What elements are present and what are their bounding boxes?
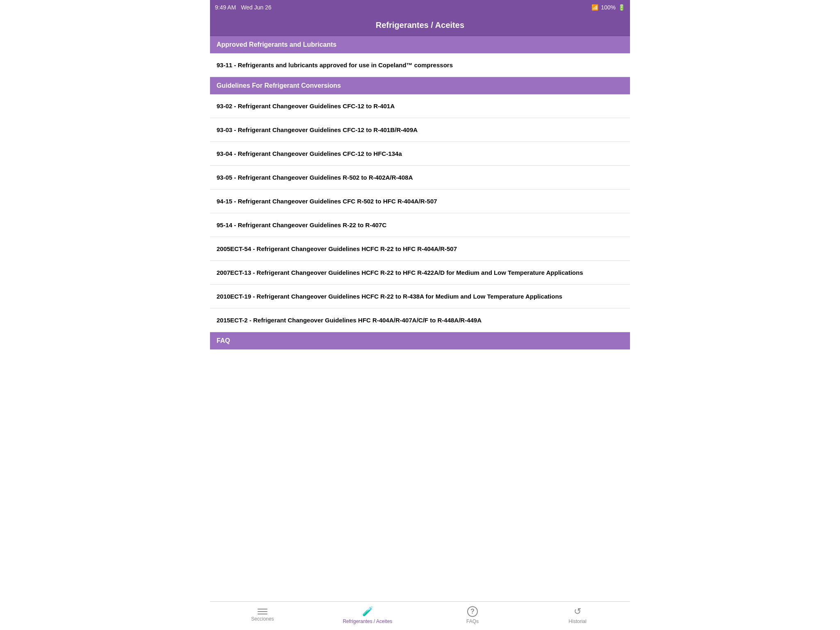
tab-secciones[interactable]: Secciones	[210, 609, 315, 622]
history-icon: ↺	[574, 606, 581, 617]
status-bar-right: 📶 100% 🔋	[591, 4, 625, 11]
battery-percentage: 100%	[601, 4, 616, 11]
list-item[interactable]: 94-15 - Refrigerant Changeover Guideline…	[210, 189, 630, 213]
list-item[interactable]: 2015ECT-2 - Refrigerant Changeover Guide…	[210, 308, 630, 332]
bottle-icon: 🧪	[362, 606, 373, 617]
list-item[interactable]: 93-05 - Refrigerant Changeover Guideline…	[210, 166, 630, 189]
list-item[interactable]: 93-03 - Refrigerant Changeover Guideline…	[210, 118, 630, 142]
tab-refrigerantes[interactable]: 🧪 Refrigerantes / Aceites	[315, 606, 420, 624]
tab-faqs[interactable]: ? FAQs	[420, 606, 525, 624]
tab-secciones-label: Secciones	[251, 616, 274, 622]
question-mark-icon: ?	[467, 606, 478, 617]
tab-bar: Secciones 🧪 Refrigerantes / Aceites ? FA…	[210, 601, 630, 630]
tab-faqs-label: FAQs	[466, 619, 479, 624]
list-item[interactable]: 2010ECT-19 - Refrigerant Changeover Guid…	[210, 285, 630, 308]
tab-historial[interactable]: ↺ Historial	[525, 606, 630, 624]
section-header-approved: Approved Refrigerants and Lubricants	[210, 36, 630, 53]
list-item[interactable]: 2005ECT-54 - Refrigerant Changeover Guid…	[210, 237, 630, 261]
list-item[interactable]: 93-11 - Refrigerants and lubricants appr…	[210, 53, 630, 77]
wifi-icon: 📶	[591, 4, 598, 11]
tab-refrigerantes-label: Refrigerantes / Aceites	[343, 619, 393, 624]
page-header: Refrigerantes / Aceites	[210, 15, 630, 36]
status-bar: 9:49 AM Wed Jun 26 📶 100% 🔋	[210, 0, 630, 15]
status-bar-left: 9:49 AM Wed Jun 26	[215, 4, 272, 11]
list-item[interactable]: 2007ECT-13 - Refrigerant Changeover Guid…	[210, 261, 630, 285]
section-header-faq: FAQ	[210, 332, 630, 349]
list-item[interactable]: 95-14 - Refrigerant Changeover Guideline…	[210, 213, 630, 237]
date-display: Wed Jun 26	[241, 4, 271, 11]
header-title: Refrigerantes / Aceites	[376, 21, 464, 30]
time-display: 9:49 AM	[215, 4, 236, 11]
tab-historial-label: Historial	[568, 619, 586, 624]
main-content: Approved Refrigerants and Lubricants 93-…	[210, 36, 630, 601]
list-item[interactable]: 93-04 - Refrigerant Changeover Guideline…	[210, 142, 630, 166]
section-header-guidelines: Guidelines For Refrigerant Conversions	[210, 77, 630, 94]
list-item[interactable]: 93-02 - Refrigerant Changeover Guideline…	[210, 94, 630, 118]
battery-icon: 🔋	[618, 4, 625, 11]
hamburger-icon	[258, 609, 267, 614]
